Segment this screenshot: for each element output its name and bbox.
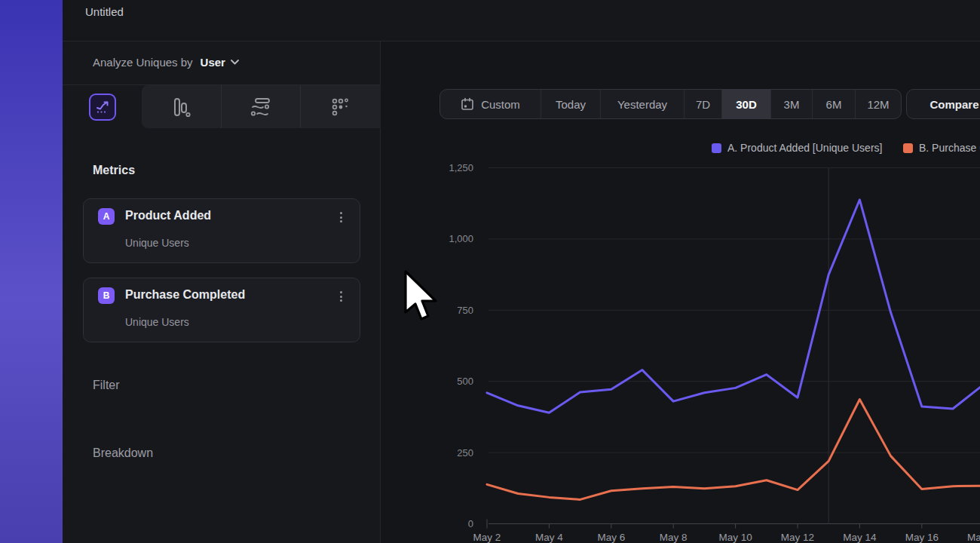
svg-text:May 16: May 16 <box>905 532 939 543</box>
metric-badge-a: A <box>98 208 115 225</box>
svg-text:May 4: May 4 <box>535 532 563 543</box>
tab-data-grid[interactable] <box>301 85 381 128</box>
svg-text:1,000: 1,000 <box>449 233 473 244</box>
metric-subtitle: Unique Users <box>125 237 189 249</box>
analytics-app-window: Untitled Analyze Uniques by User <box>0 0 980 543</box>
flow-icon <box>250 97 272 117</box>
svg-text:500: 500 <box>457 376 473 387</box>
metrics-section-header: Metrics <box>93 164 135 177</box>
dot-grid-icon <box>330 97 351 118</box>
svg-text:May 10: May 10 <box>718 532 752 543</box>
svg-text:May 12: May 12 <box>781 532 814 543</box>
metric-subtitle: Unique Users <box>125 316 189 328</box>
filter-section-header: Filter <box>93 379 120 392</box>
svg-text:1,250: 1,250 <box>449 162 473 173</box>
metric-badge-b: B <box>98 287 115 304</box>
report-title[interactable]: Untitled <box>85 5 124 18</box>
line-chart[interactable]: 02505007501,0001,250May 2May 4May 6May 8… <box>381 0 980 543</box>
decorative-gradient-stripe <box>0 0 63 543</box>
svg-text:250: 250 <box>457 447 473 459</box>
metric-title: Purchase Completed <box>125 288 245 302</box>
breakdown-section-header: Breakdown <box>93 446 153 460</box>
analyze-by-dropdown[interactable]: User <box>201 56 239 69</box>
metric-card-b[interactable]: B Purchase Completed Unique Users <box>83 278 360 342</box>
metric-card-a[interactable]: A Product Added Unique Users <box>83 198 360 263</box>
svg-text:May 2: May 2 <box>473 532 501 543</box>
svg-text:May 8: May 8 <box>660 532 688 543</box>
tab-flow-chart[interactable] <box>222 85 301 128</box>
line-chart-icon <box>89 94 116 121</box>
tab-bar-chart[interactable] <box>142 85 222 128</box>
query-builder-sidebar: Analyze Uniques by User <box>63 41 381 543</box>
svg-text:May 14: May 14 <box>843 532 877 543</box>
bar-chart-icon <box>172 97 191 118</box>
kebab-menu-icon[interactable] <box>334 290 348 305</box>
svg-text:0: 0 <box>468 518 473 529</box>
kebab-menu-icon[interactable] <box>334 210 348 225</box>
chevron-down-icon <box>231 60 239 65</box>
svg-text:750: 750 <box>457 305 473 316</box>
chart-type-tabs <box>63 85 381 128</box>
analyze-by-value: User <box>201 56 225 69</box>
svg-text:May 6: May 6 <box>597 532 625 543</box>
metric-title: Product Added <box>125 209 211 222</box>
analyze-label: Analyze Uniques by <box>93 56 193 69</box>
tab-line-chart[interactable] <box>63 85 142 128</box>
analyze-row: Analyze Uniques by User <box>63 41 381 85</box>
svg-text:May 18: May 18 <box>967 532 980 543</box>
